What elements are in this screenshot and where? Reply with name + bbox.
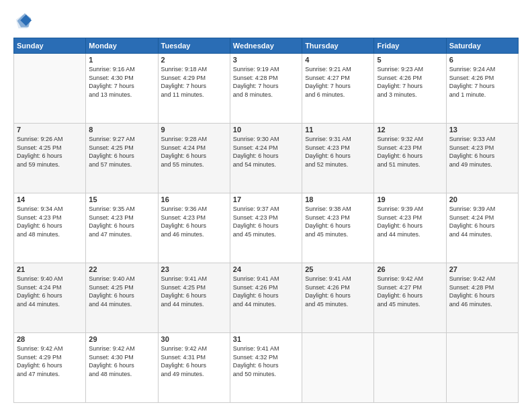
weekday-header-sunday: Sunday	[14, 38, 86, 54]
logo-icon	[13, 12, 32, 31]
day-info: Sunrise: 9:42 AM Sunset: 4:31 PM Dayligh…	[161, 345, 227, 378]
weekday-header-friday: Friday	[374, 38, 446, 54]
day-info: Sunrise: 9:37 AM Sunset: 4:23 PM Dayligh…	[233, 205, 299, 238]
header	[13, 12, 519, 31]
logo	[13, 12, 35, 31]
day-number: 31	[233, 335, 299, 343]
day-number: 20	[449, 195, 515, 203]
day-info: Sunrise: 9:35 AM Sunset: 4:23 PM Dayligh…	[89, 205, 154, 238]
calendar-cell: 27Sunrise: 9:42 AM Sunset: 4:28 PM Dayli…	[446, 263, 518, 333]
day-number: 12	[377, 126, 443, 134]
calendar-cell: 21Sunrise: 9:40 AM Sunset: 4:24 PM Dayli…	[14, 263, 86, 333]
week-row-3: 14Sunrise: 9:34 AM Sunset: 4:23 PM Dayli…	[14, 193, 519, 263]
day-info: Sunrise: 9:31 AM Sunset: 4:23 PM Dayligh…	[305, 135, 371, 169]
day-number: 27	[449, 265, 515, 273]
calendar-cell: 31Sunrise: 9:41 AM Sunset: 4:32 PM Dayli…	[230, 333, 302, 403]
calendar-cell: 11Sunrise: 9:31 AM Sunset: 4:23 PM Dayli…	[302, 124, 374, 193]
day-info: Sunrise: 9:28 AM Sunset: 4:24 PM Dayligh…	[161, 135, 227, 169]
calendar-cell: 5Sunrise: 9:23 AM Sunset: 4:26 PM Daylig…	[374, 54, 446, 124]
day-number: 13	[449, 126, 515, 134]
day-number: 21	[17, 265, 83, 273]
day-info: Sunrise: 9:41 AM Sunset: 4:25 PM Dayligh…	[161, 275, 227, 308]
week-row-5: 28Sunrise: 9:42 AM Sunset: 4:29 PM Dayli…	[14, 333, 519, 403]
calendar-cell: 23Sunrise: 9:41 AM Sunset: 4:25 PM Dayli…	[158, 263, 230, 333]
weekday-header-wednesday: Wednesday	[230, 38, 302, 54]
week-row-1: 1Sunrise: 9:16 AM Sunset: 4:30 PM Daylig…	[14, 54, 519, 124]
day-number: 15	[89, 195, 154, 203]
calendar-cell: 19Sunrise: 9:39 AM Sunset: 4:23 PM Dayli…	[374, 193, 446, 263]
day-info: Sunrise: 9:40 AM Sunset: 4:24 PM Dayligh…	[17, 275, 83, 308]
calendar-cell: 16Sunrise: 9:36 AM Sunset: 4:23 PM Dayli…	[158, 193, 230, 263]
day-number: 5	[377, 56, 443, 64]
day-number: 30	[161, 335, 227, 343]
day-info: Sunrise: 9:26 AM Sunset: 4:25 PM Dayligh…	[17, 135, 83, 169]
day-info: Sunrise: 9:40 AM Sunset: 4:25 PM Dayligh…	[89, 275, 154, 308]
day-info: Sunrise: 9:36 AM Sunset: 4:23 PM Dayligh…	[161, 205, 227, 238]
day-number: 26	[377, 265, 443, 273]
page: SundayMondayTuesdayWednesdayThursdayFrid…	[0, 0, 532, 411]
day-info: Sunrise: 9:41 AM Sunset: 4:26 PM Dayligh…	[233, 275, 299, 308]
day-number: 2	[161, 56, 227, 64]
weekday-header-thursday: Thursday	[302, 38, 374, 54]
day-info: Sunrise: 9:41 AM Sunset: 4:32 PM Dayligh…	[233, 345, 299, 378]
day-number: 10	[233, 126, 299, 134]
day-info: Sunrise: 9:39 AM Sunset: 4:24 PM Dayligh…	[449, 205, 515, 238]
calendar-cell	[14, 54, 86, 124]
calendar-cell: 30Sunrise: 9:42 AM Sunset: 4:31 PM Dayli…	[158, 333, 230, 403]
calendar-cell: 28Sunrise: 9:42 AM Sunset: 4:29 PM Dayli…	[14, 333, 86, 403]
weekday-header-saturday: Saturday	[446, 38, 518, 54]
day-info: Sunrise: 9:23 AM Sunset: 4:26 PM Dayligh…	[377, 65, 443, 99]
day-number: 3	[233, 56, 299, 64]
day-info: Sunrise: 9:32 AM Sunset: 4:23 PM Dayligh…	[377, 135, 443, 169]
calendar-cell: 1Sunrise: 9:16 AM Sunset: 4:30 PM Daylig…	[86, 54, 158, 124]
day-info: Sunrise: 9:16 AM Sunset: 4:30 PM Dayligh…	[89, 65, 154, 99]
weekday-header-monday: Monday	[86, 38, 158, 54]
day-info: Sunrise: 9:21 AM Sunset: 4:27 PM Dayligh…	[305, 65, 371, 99]
day-number: 6	[449, 56, 515, 64]
calendar-cell: 13Sunrise: 9:33 AM Sunset: 4:23 PM Dayli…	[446, 124, 518, 193]
day-number: 22	[89, 265, 154, 273]
day-number: 11	[305, 126, 371, 134]
day-number: 28	[17, 335, 83, 343]
calendar-cell: 9Sunrise: 9:28 AM Sunset: 4:24 PM Daylig…	[158, 124, 230, 193]
calendar-cell: 24Sunrise: 9:41 AM Sunset: 4:26 PM Dayli…	[230, 263, 302, 333]
day-info: Sunrise: 9:42 AM Sunset: 4:28 PM Dayligh…	[449, 275, 515, 308]
calendar-cell: 18Sunrise: 9:38 AM Sunset: 4:23 PM Dayli…	[302, 193, 374, 263]
calendar-table: SundayMondayTuesdayWednesdayThursdayFrid…	[13, 38, 519, 403]
week-row-2: 7Sunrise: 9:26 AM Sunset: 4:25 PM Daylig…	[14, 124, 519, 193]
day-info: Sunrise: 9:34 AM Sunset: 4:23 PM Dayligh…	[17, 205, 83, 238]
calendar-cell: 17Sunrise: 9:37 AM Sunset: 4:23 PM Dayli…	[230, 193, 302, 263]
calendar-cell: 29Sunrise: 9:42 AM Sunset: 4:30 PM Dayli…	[86, 333, 158, 403]
calendar-cell: 4Sunrise: 9:21 AM Sunset: 4:27 PM Daylig…	[302, 54, 374, 124]
week-row-4: 21Sunrise: 9:40 AM Sunset: 4:24 PM Dayli…	[14, 263, 519, 333]
day-number: 18	[305, 195, 371, 203]
calendar-cell: 8Sunrise: 9:27 AM Sunset: 4:25 PM Daylig…	[86, 124, 158, 193]
calendar-cell: 10Sunrise: 9:30 AM Sunset: 4:24 PM Dayli…	[230, 124, 302, 193]
calendar-cell: 22Sunrise: 9:40 AM Sunset: 4:25 PM Dayli…	[86, 263, 158, 333]
day-number: 9	[161, 126, 227, 134]
calendar-cell: 2Sunrise: 9:18 AM Sunset: 4:29 PM Daylig…	[158, 54, 230, 124]
day-info: Sunrise: 9:27 AM Sunset: 4:25 PM Dayligh…	[89, 135, 154, 169]
day-info: Sunrise: 9:41 AM Sunset: 4:26 PM Dayligh…	[305, 275, 371, 308]
day-number: 8	[89, 126, 154, 134]
weekday-header-row: SundayMondayTuesdayWednesdayThursdayFrid…	[14, 38, 519, 54]
day-info: Sunrise: 9:42 AM Sunset: 4:30 PM Dayligh…	[89, 345, 154, 378]
day-number: 25	[305, 265, 371, 273]
day-info: Sunrise: 9:33 AM Sunset: 4:23 PM Dayligh…	[449, 135, 515, 169]
calendar-cell	[374, 333, 446, 403]
calendar-cell: 15Sunrise: 9:35 AM Sunset: 4:23 PM Dayli…	[86, 193, 158, 263]
day-number: 29	[89, 335, 154, 343]
calendar-cell	[446, 333, 518, 403]
day-info: Sunrise: 9:30 AM Sunset: 4:24 PM Dayligh…	[233, 135, 299, 169]
calendar-cell	[302, 333, 374, 403]
calendar-cell: 7Sunrise: 9:26 AM Sunset: 4:25 PM Daylig…	[14, 124, 86, 193]
weekday-header-tuesday: Tuesday	[158, 38, 230, 54]
calendar-cell: 3Sunrise: 9:19 AM Sunset: 4:28 PM Daylig…	[230, 54, 302, 124]
day-info: Sunrise: 9:38 AM Sunset: 4:23 PM Dayligh…	[305, 205, 371, 238]
calendar-cell: 25Sunrise: 9:41 AM Sunset: 4:26 PM Dayli…	[302, 263, 374, 333]
day-info: Sunrise: 9:19 AM Sunset: 4:28 PM Dayligh…	[233, 65, 299, 99]
day-number: 4	[305, 56, 371, 64]
calendar-cell: 20Sunrise: 9:39 AM Sunset: 4:24 PM Dayli…	[446, 193, 518, 263]
day-info: Sunrise: 9:24 AM Sunset: 4:26 PM Dayligh…	[449, 65, 515, 99]
day-info: Sunrise: 9:42 AM Sunset: 4:27 PM Dayligh…	[377, 275, 443, 308]
